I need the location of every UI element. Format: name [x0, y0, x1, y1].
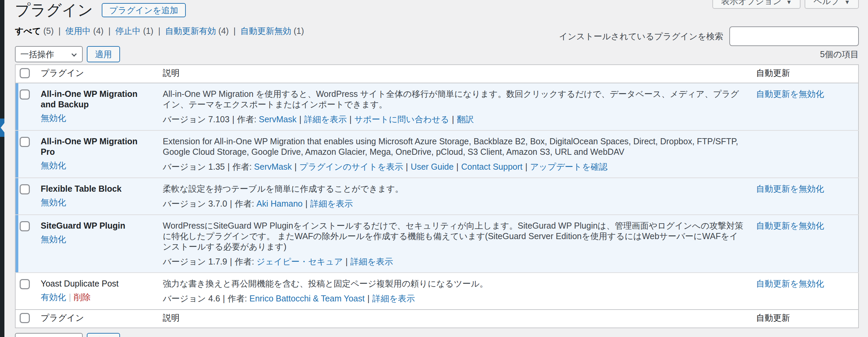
items-count: 5個の項目 [820, 49, 859, 60]
plugin-description: Extension for All-in-One WP Migration th… [163, 136, 745, 157]
plugin-row-actions: 無効化 [41, 160, 152, 170]
tablenav-bottom: 一括操作 適用 5個の項目 [15, 333, 859, 337]
chevron-down-icon: ▼ [786, 0, 792, 7]
bulk-actions-bottom: 一括操作 適用 [15, 333, 120, 337]
plugin-meta: バージョン 7.103|作者: ServMask|詳細を表示|サポートに問い合わ… [163, 114, 745, 125]
meta-separator: | [525, 162, 528, 171]
plugin-action-link[interactable]: 無効化 [41, 197, 66, 207]
plugin-meta-link[interactable]: User Guide [411, 162, 453, 171]
plugin-version: バージョン 1.7.9 [163, 257, 227, 266]
plugin-table-row: All-in-One WP Migration Pro 無効化 Extensio… [15, 130, 859, 178]
admin-menu-active-item[interactable] [0, 119, 4, 137]
bulk-actions-top: 一括操作 適用 [15, 46, 120, 62]
plugin-meta-link[interactable]: 翻訳 [457, 114, 474, 124]
plugin-version: バージョン 3.7.0 [163, 199, 227, 208]
plugin-meta-link[interactable]: アップデートを確認 [530, 162, 608, 171]
column-header-description: 説明 [157, 65, 751, 83]
plugin-version: バージョン 1.35 [163, 162, 225, 171]
status-filter-link[interactable]: すべて [15, 26, 41, 36]
bulk-actions-select[interactable]: 一括操作 [15, 333, 83, 337]
filter-separator: | [58, 26, 61, 36]
plugin-table-row: Yoast Duplicate Post 有効化|削除 強力な書き換えと再公開機… [15, 273, 859, 310]
apply-button[interactable]: 適用 [87, 333, 120, 337]
filter-count: (1) [294, 26, 304, 36]
plugin-action-link[interactable]: 無効化 [41, 234, 66, 244]
plugin-action-link[interactable]: 無効化 [41, 113, 66, 123]
tablenav-top: 一括操作 適用 5個の項目 [15, 46, 859, 62]
status-filter-link[interactable]: 自動更新無効 [240, 26, 291, 36]
filter-separator: | [108, 26, 111, 36]
select-all-checkbox[interactable] [20, 313, 30, 323]
status-filter-item: 自動更新有効(4)| [165, 26, 240, 36]
plugin-row-checkbox[interactable] [20, 184, 30, 194]
apply-button[interactable]: 適用 [87, 46, 120, 62]
author-link[interactable]: Enrico Battocchi & Team Yoast [249, 294, 364, 303]
plugin-description: All-in-One WP Migration を使用すると、WordPress… [163, 89, 745, 110]
add-plugin-button[interactable]: プラグインを追加 [102, 3, 186, 17]
plugin-row-checkbox[interactable] [20, 137, 30, 147]
plugin-action-link[interactable]: 有効化 [41, 292, 66, 302]
column-header-auto-update: 自動更新 [751, 65, 859, 83]
plugin-meta-link[interactable]: サポートに問い合わせる [354, 114, 449, 124]
auto-update-toggle-link[interactable]: 自動更新を無効化 [756, 184, 824, 193]
plugins-page: プラグイン プラグインを追加 すべて(5)|使用中(4)|停止中(1)|自動更新… [15, 0, 859, 337]
plugin-meta: バージョン 4.6|作者: Enrico Battocchi & Team Yo… [163, 293, 745, 304]
plugin-row-actions: 無効化 [41, 113, 152, 123]
meta-separator: | [230, 199, 232, 208]
auto-update-toggle-link[interactable]: 自動更新を無効化 [756, 221, 824, 230]
plugins-table: プラグイン 説明 自動更新 All-in-One WP Migration an… [15, 64, 859, 328]
author-label: 作者: [235, 257, 256, 266]
plugin-meta-link[interactable]: プラグインのサイトを表示 [299, 162, 403, 171]
plugin-table-row: Flexible Table Block 無効化 柔軟な設定を持つテーブルを簡単… [15, 178, 859, 215]
column-header-description: 説明 [157, 310, 751, 328]
plugin-meta-link[interactable]: 詳細を表示 [304, 114, 347, 124]
status-filter-link[interactable]: 使用中 [65, 26, 91, 36]
auto-update-toggle-link[interactable]: 自動更新を無効化 [756, 279, 824, 288]
plugin-meta-link[interactable]: 詳細を表示 [372, 294, 415, 303]
author-link[interactable]: ジェイピー・セキュア [256, 257, 343, 266]
plugin-action-link[interactable]: 無効化 [41, 161, 66, 170]
author-label: 作者: [228, 294, 250, 303]
meta-separator: | [346, 257, 348, 266]
column-header-auto-update: 自動更新 [751, 310, 859, 328]
plugin-row-checkbox[interactable] [20, 221, 30, 231]
author-link[interactable]: ServMask [254, 162, 292, 171]
select-all-checkbox[interactable] [20, 68, 30, 78]
auto-update-toggle-link[interactable]: 自動更新を無効化 [756, 89, 824, 99]
author-link[interactable]: Aki Hamano [256, 199, 302, 208]
filter-separator: | [234, 26, 236, 36]
plugin-name: Flexible Table Block [41, 184, 152, 194]
items-count: 5個の項目 [820, 336, 859, 337]
plugin-meta: バージョン 1.35|作者: ServMask|プラグインのサイトを表示|Use… [163, 162, 745, 172]
plugin-row-checkbox[interactable] [20, 89, 30, 100]
action-separator: | [69, 292, 71, 302]
status-filter-link[interactable]: 停止中 [115, 26, 141, 36]
bulk-actions-select[interactable]: 一括操作 [15, 46, 83, 62]
plugin-meta-link[interactable]: 詳細を表示 [310, 199, 353, 208]
plugin-name: Yoast Duplicate Post [41, 278, 152, 289]
bulk-actions-selected-option: 一括操作 [20, 336, 54, 337]
delete-link[interactable]: 削除 [74, 292, 91, 302]
plugin-meta-link[interactable]: 詳細を表示 [351, 257, 393, 266]
author-label: 作者: [232, 162, 254, 171]
plugin-row-actions: 無効化 [41, 234, 152, 244]
filter-count: (5) [43, 26, 54, 36]
search-plugins-label: インストールされているプラグインを検索 [559, 31, 723, 42]
status-filter-item: 使用中(4)| [65, 26, 115, 36]
meta-separator: | [232, 114, 235, 124]
plugin-name: All-in-One WP Migration and Backup [41, 89, 152, 110]
author-link[interactable]: ServMask [259, 114, 296, 124]
plugin-description: 強力な書き換えと再公開機能を含む、投稿と固定ページ複製用の頼りになるツール。 [163, 278, 745, 289]
help-button[interactable]: ヘルプ ▼ [805, 0, 859, 9]
screen-options-label: 表示オプション [721, 0, 782, 7]
screen-options-button[interactable]: 表示オプション ▼ [712, 0, 801, 9]
plugin-version: バージョン 4.6 [163, 294, 220, 303]
search-plugins-input[interactable] [729, 26, 859, 46]
status-filter-link[interactable]: 自動更新有効 [165, 26, 216, 36]
plugin-row-checkbox[interactable] [20, 279, 30, 289]
plugin-meta: バージョン 1.7.9|作者: ジェイピー・セキュア|詳細を表示 [163, 256, 745, 267]
plugin-meta-link[interactable]: Contact Support [461, 162, 522, 171]
chevron-down-icon: ▼ [844, 0, 850, 7]
plugin-name: SiteGuard WP Plugin [41, 220, 152, 231]
plugin-description: WordPressにSiteGuard WP Pluginをインストールするだけ… [163, 220, 745, 252]
